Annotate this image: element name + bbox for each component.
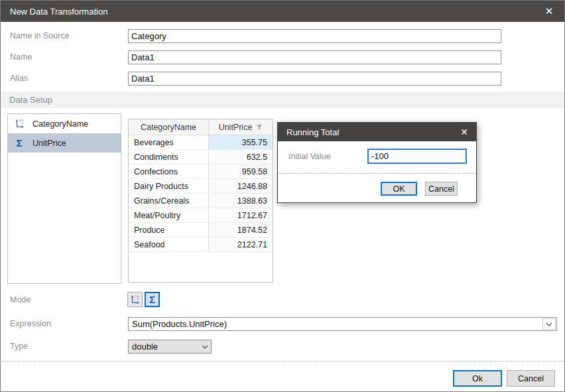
field-list: CategoryName Σ UnitPrice [7,113,121,284]
expression-value: Sum(Products.UnitPrice) [132,318,227,330]
running-total-ok-button[interactable]: OK [381,182,417,196]
name-label: Name [10,50,32,64]
mode-summary-button[interactable]: Σ [145,292,160,307]
type-combobox[interactable]: double [128,340,212,354]
table-row[interactable]: Dairy Products 1246.88 [129,179,273,194]
mode-label: Mode [10,293,31,307]
running-total-dialog: Running Total ✕ Initial Value OK Cancel [277,122,477,203]
name-input[interactable] [128,50,501,64]
dimension-icon [14,119,25,129]
field-item-unitprice[interactable]: Σ UnitPrice [8,133,121,153]
dialog-title: New Data Transformation [10,7,107,17]
mode-dimension-button[interactable] [127,292,143,307]
name-in-source-input[interactable] [128,29,501,43]
type-value: double [132,340,158,353]
chevron-down-icon [546,322,552,326]
table-row[interactable]: Seafood 2122.71 [129,237,273,252]
sigma-icon: Σ [149,294,155,304]
expression-combobox[interactable]: Sum(Products.UnitPrice) [128,317,557,331]
dropdown-button[interactable] [542,318,556,330]
cancel-button[interactable]: Cancel [507,370,555,387]
field-item-label: UnitPrice [32,139,66,148]
dimension-icon [130,294,140,304]
chevron-down-icon [202,340,208,353]
field-item-label: CategoryName [32,119,88,129]
table-row[interactable]: Meat/Poultry 1712.67 [129,208,273,223]
sigma-icon: Σ [14,138,25,148]
running-total-title: Running Total [286,127,339,137]
data-setup-section-header: Data Setup [1,92,564,108]
table-row[interactable]: Confections 959.58 [129,164,273,179]
initial-value-input[interactable] [367,149,467,164]
column-header-categoryname[interactable]: CategoryName [129,119,209,135]
data-setup-label: Data Setup [9,92,52,108]
selected-cell[interactable]: 355.75 [209,135,273,149]
table-header-row: CategoryName UnitPrice [129,119,273,135]
divider [278,173,476,174]
close-icon[interactable]: ✕ [534,1,564,22]
initial-value-label: Initial Value [288,149,331,164]
column-header-unitprice[interactable]: UnitPrice [209,119,273,135]
close-icon[interactable]: ✕ [452,123,476,141]
divider [1,361,564,361]
ok-button[interactable]: Ok [453,370,502,387]
table-row[interactable]: Condiments 632.5 [129,150,273,164]
dialog-titlebar: New Data Transformation ✕ [1,1,564,22]
preview-table: CategoryName UnitPrice Beverages 355.75 … [128,119,273,283]
running-total-titlebar: Running Total ✕ [278,123,476,141]
alias-input[interactable] [128,72,501,86]
alias-label: Alias [10,72,28,86]
table-row[interactable]: Grains/Cereals 1388.63 [129,194,273,208]
new-data-transformation-dialog: New Data Transformation ✕ Name in Source… [0,0,565,392]
running-total-cancel-button[interactable]: Cancel [425,182,458,196]
table-row[interactable]: Beverages 355.75 [129,135,273,150]
table-row[interactable]: Produce 1874.52 [129,223,273,237]
field-item-categoryname[interactable]: CategoryName [8,114,121,133]
filter-icon [255,124,263,131]
type-label: Type [10,340,28,354]
name-in-source-label: Name in Source [10,29,70,43]
expression-label: Expression [10,317,51,331]
